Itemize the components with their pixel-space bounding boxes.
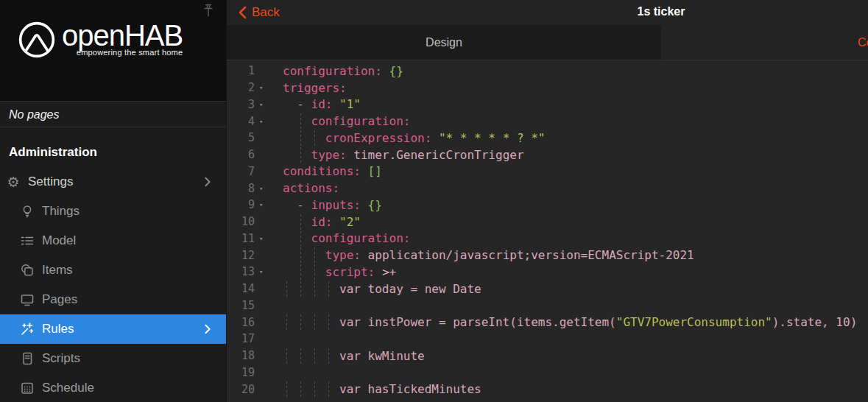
token-pl (347, 148, 354, 162)
indent-guide (314, 381, 315, 397)
token-key: triggers: (283, 81, 347, 95)
calendar-icon (20, 381, 35, 395)
code-line-8[interactable]: 8▾actions: (227, 180, 868, 197)
tab-code[interactable]: Code (858, 25, 868, 60)
code-line-17[interactable]: 17 (227, 331, 868, 348)
token-dash: - (297, 97, 311, 111)
chevron-right-icon (202, 177, 213, 187)
line-number: 2 (227, 81, 255, 94)
code-line-10[interactable]: 10 id: "2" (227, 214, 868, 230)
chevron-right-icon (202, 324, 213, 334)
code-text: conditions: [] (269, 163, 868, 180)
token-val: var hasTickedMinutes (339, 382, 481, 396)
sidebar-item-things[interactable]: Things (0, 197, 226, 226)
indent-guide (300, 147, 301, 163)
sidebar-item-schedule[interactable]: Schedule (0, 373, 226, 402)
code-text: var kwMinute (269, 348, 868, 364)
code-line-3[interactable]: 3▾ - id: "1" (227, 96, 868, 113)
code-text (269, 331, 868, 348)
fold-arrow-icon[interactable]: ▾ (255, 185, 269, 192)
code-editor[interactable]: 1configuration: {}2▾triggers:3▾ - id: "1… (227, 60, 868, 402)
token-key: cronExpression: (325, 131, 432, 145)
sidebar-item-rules[interactable]: Rules (0, 314, 226, 344)
administration-section-title: Administration (9, 145, 97, 160)
token-val: timer.GenericCronTrigger (353, 148, 523, 162)
indent-guide (300, 113, 301, 129)
sidebar-item-model[interactable]: Model (0, 226, 226, 255)
token-pl (283, 231, 311, 245)
line-number: 9 (227, 198, 255, 211)
token-pl (283, 215, 311, 229)
code-line-12[interactable]: 12 type: application/javascript;version=… (227, 247, 868, 264)
code-line-15[interactable]: 15 (227, 297, 868, 314)
code-line-1[interactable]: 1configuration: {} (227, 63, 868, 80)
sidebar-item-items[interactable]: Items (0, 255, 226, 285)
sidebar-item-pages[interactable]: Pages (0, 285, 226, 314)
sidebar-item-label: Things (42, 204, 80, 219)
token-str: "2" (339, 215, 361, 229)
code-text: configuration: {} (269, 63, 868, 80)
token-pl (283, 265, 325, 279)
logo-area: openHAB empowering the smart home (0, 0, 226, 101)
tab-design[interactable]: Design (227, 25, 661, 60)
code-line-19[interactable]: 19 (227, 364, 868, 381)
code-line-6[interactable]: 6 type: timer.GenericCronTrigger (227, 147, 868, 163)
code-line-5[interactable]: 5 cronExpression: "* * * * * ? *" (227, 130, 868, 147)
code-text: actions: (269, 180, 868, 197)
sidebar-item-settings[interactable]: ⚙Settings (0, 167, 226, 197)
code-text: var today = new Date (269, 281, 868, 297)
line-number: 19 (227, 366, 255, 379)
code-line-16[interactable]: 16 var instPower = parseInt(items.getIte… (227, 314, 868, 331)
code-line-13[interactable]: 13▾ script: >+ (227, 264, 868, 281)
code-text (269, 297, 868, 314)
line-number: 12 (227, 249, 255, 262)
line-number: 7 (227, 165, 255, 178)
indent-guide (286, 281, 287, 297)
token-pl (375, 265, 382, 279)
token-pl (283, 315, 339, 329)
code-text: script: >+ (269, 264, 868, 281)
indent-guide (300, 348, 301, 364)
token-key: script: (325, 265, 375, 279)
fold-arrow-icon[interactable]: ▾ (255, 101, 269, 108)
indent-guide (286, 381, 287, 397)
wand-icon (20, 322, 35, 336)
code-line-11[interactable]: 11▾ configuration: (227, 230, 868, 247)
code-text: var hasTickedMinutes (269, 381, 868, 398)
token-key: conditions: (283, 164, 361, 178)
code-line-20[interactable]: 20 var hasTickedMinutes (227, 381, 868, 398)
token-key: type: (325, 248, 361, 262)
sidebar-item-label: Settings (28, 174, 73, 189)
token-brk: [] (368, 164, 382, 178)
token-str: "1" (339, 97, 361, 111)
code-line-14[interactable]: 14 var today = new Date (227, 281, 868, 297)
line-number: 1 (227, 64, 255, 77)
token-pl (283, 148, 311, 162)
fold-arrow-icon[interactable]: ▾ (255, 118, 269, 125)
line-number: 18 (227, 349, 255, 362)
line-number: 20 (227, 383, 255, 396)
back-button[interactable]: Back (237, 0, 280, 25)
code-line-2[interactable]: 2▾triggers: (227, 80, 868, 96)
token-dash: - (297, 198, 311, 212)
sidebar-item-scripts[interactable]: Scripts (0, 344, 226, 373)
token-val: >+ (382, 265, 396, 279)
token-key: configuration: (311, 231, 411, 245)
code-line-18[interactable]: 18 var kwMinute (227, 348, 868, 364)
token-val: application/javascript;version=ECMAScrip… (368, 248, 694, 262)
pin-icon[interactable] (200, 2, 216, 23)
code-line-7[interactable]: 7conditions: [] (227, 163, 868, 180)
token-pl (283, 114, 311, 128)
line-number: 15 (227, 299, 255, 312)
code-line-4[interactable]: 4▾ configuration: (227, 113, 868, 130)
fold-arrow-icon[interactable]: ▾ (255, 201, 269, 208)
sidebar-item-label: Items (42, 263, 73, 278)
fold-arrow-icon[interactable]: ▾ (255, 235, 269, 242)
code-line-9[interactable]: 9▾ - inputs: {} (227, 197, 868, 214)
fold-arrow-icon[interactable]: ▾ (255, 268, 269, 275)
fold-arrow-icon[interactable]: ▾ (255, 84, 269, 91)
token-pl (283, 248, 325, 262)
token-pl (332, 215, 339, 229)
token-brk: {} (368, 198, 382, 212)
token-pl (283, 382, 339, 396)
